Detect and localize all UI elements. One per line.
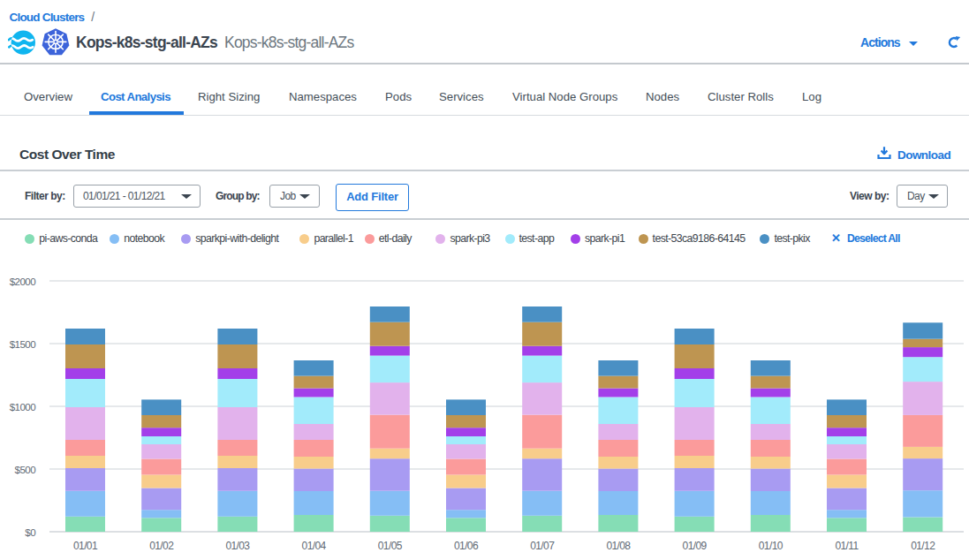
svg-text:01/12: 01/12: [911, 540, 935, 552]
svg-text:$1500: $1500: [10, 338, 35, 350]
svg-text:01/08: 01/08: [606, 540, 631, 552]
svg-text:$500: $500: [15, 464, 36, 475]
svg-text:01/07: 01/07: [530, 540, 555, 552]
svg-text:01/05: 01/05: [378, 540, 403, 552]
svg-text:$0: $0: [25, 526, 35, 538]
svg-text:$1000: $1000: [10, 401, 35, 412]
svg-text:01/09: 01/09: [683, 540, 708, 552]
svg-text:$2000: $2000: [10, 276, 35, 287]
svg-text:01/04: 01/04: [302, 540, 327, 552]
svg-text:01/01: 01/01: [73, 540, 98, 552]
svg-text:01/11: 01/11: [835, 540, 859, 552]
svg-text:01/10: 01/10: [759, 540, 784, 552]
svg-text:01/06: 01/06: [454, 540, 479, 552]
svg-text:01/02: 01/02: [149, 540, 174, 552]
svg-text:01/03: 01/03: [225, 540, 250, 552]
